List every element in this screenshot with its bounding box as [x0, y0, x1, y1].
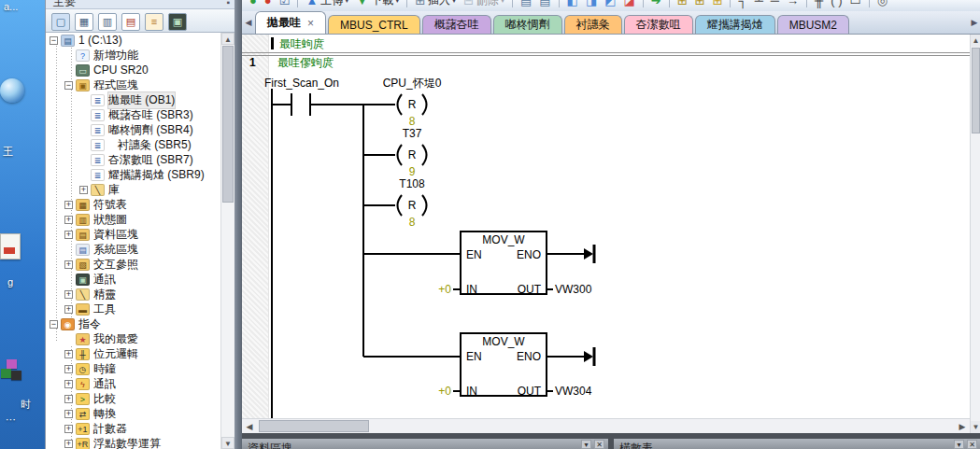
- bookmark-icon-2[interactable]: ◨: [583, 0, 600, 7]
- ladder-canvas[interactable]: 最哇蚼庹 1 最哇僇蚼庹: [242, 35, 970, 418]
- tree-item[interactable]: +ϟ通訊: [46, 376, 221, 391]
- tree-item[interactable]: −▤1 (C:\13): [46, 33, 221, 48]
- reset-coil-1[interactable]: CPU_怀堤0 R 8: [383, 77, 442, 128]
- tree-toggle-minus-icon[interactable]: −: [50, 36, 58, 45]
- mov-w-box-2[interactable]: MOV_W EN ENO IN OUT +0 VW304: [438, 333, 594, 398]
- tab-scroll-right-icon[interactable]: ▶: [969, 18, 980, 27]
- tree-item[interactable]: ≣夻潔數咀 (SBR7): [46, 152, 221, 167]
- tree-toggle-minus-icon[interactable]: −: [50, 320, 58, 329]
- tree-item[interactable]: ≣ 衬譓粂 (SBR5): [46, 137, 221, 152]
- tree-toggle-plus-icon[interactable]: +: [64, 425, 73, 433]
- cross-reference-icon[interactable]: ≡: [145, 13, 163, 31]
- reset-coil-3[interactable]: T108 R 8: [398, 177, 427, 229]
- tab-close-icon[interactable]: ×: [307, 17, 314, 30]
- network-comment[interactable]: 最哇僇蚼庹: [277, 56, 334, 69]
- desktop-icon-label[interactable]: 时: [21, 398, 31, 412]
- tree-item[interactable]: +⇄轉換: [46, 406, 221, 421]
- run-icon[interactable]: ●: [247, 0, 260, 7]
- scroll-right-icon[interactable]: ▶: [955, 420, 970, 433]
- tree-scrollbar[interactable]: ▲ ▼: [220, 33, 234, 449]
- address-icon-1[interactable]: ⊞: [675, 0, 690, 7]
- program-comment[interactable]: 最哇蚼庹: [279, 37, 324, 50]
- box-out-value[interactable]: VW304: [555, 385, 592, 398]
- dropdown-caret-icon[interactable]: ▾: [501, 0, 504, 5]
- download-icon[interactable]: ▼下載▾: [353, 0, 402, 9]
- project-tree[interactable]: −▤1 (C:\13)?新增功能▭CPU SR20−▣程式區塊≣拋最哇 (OB1…: [46, 33, 221, 449]
- block-icon-2[interactable]: ▤: [536, 0, 553, 7]
- reset-coil-2[interactable]: T37 R 9: [398, 127, 427, 178]
- stop-icon[interactable]: ●: [262, 0, 275, 7]
- coil-number[interactable]: 9: [409, 165, 416, 178]
- tree-item[interactable]: +╲精靈: [46, 287, 221, 302]
- program-comment-row[interactable]: 最哇蚼庹: [271, 37, 324, 50]
- line-horizontal-icon[interactable]: ─: [768, 0, 782, 7]
- dropdown-caret-icon[interactable]: ▾: [452, 0, 456, 5]
- tree-item[interactable]: +▦符號表: [46, 197, 221, 212]
- line-down-icon[interactable]: ┐: [735, 0, 749, 7]
- tree-toggle-plus-icon[interactable]: +: [64, 201, 73, 209]
- docked-panel-caption-table[interactable]: 橫數表 ▾ ✕: [614, 439, 980, 449]
- tree-item[interactable]: +▤資料區塊: [46, 227, 221, 242]
- editor-tab[interactable]: MBUS_CTRL: [328, 15, 420, 34]
- symbol-table-icon[interactable]: ▦: [75, 13, 93, 31]
- editor-tab[interactable]: 夻潔數咀: [624, 15, 693, 34]
- bookmark-icon-4[interactable]: ◪: [620, 0, 637, 7]
- tree-toggle-plus-icon[interactable]: +: [64, 365, 73, 373]
- tree-item[interactable]: +>比較: [46, 391, 221, 406]
- dropdown-caret-icon[interactable]: ▾: [395, 0, 399, 5]
- panel-menu-icon[interactable]: ▾: [581, 440, 591, 449]
- tree-item[interactable]: −◉指令: [46, 316, 221, 331]
- bookmark-icon-1[interactable]: ◧: [564, 0, 581, 7]
- editor-tab[interactable]: 拋最哇×: [255, 11, 326, 34]
- mov-w-box-1[interactable]: MOV_W EN ENO IN OUT +0 VW300: [438, 232, 594, 296]
- editor-tab[interactable]: 嘟柊惆劑: [493, 15, 562, 34]
- scroll-down-icon[interactable]: ▼: [221, 437, 234, 449]
- scroll-left-icon[interactable]: ◀: [242, 420, 257, 433]
- tree-toggle-plus-icon[interactable]: +: [64, 305, 73, 314]
- box-in-value[interactable]: +0: [438, 283, 451, 296]
- tree-item[interactable]: −▣程式區塊: [46, 77, 221, 92]
- editor-tab[interactable]: 概藷夻哇: [422, 15, 491, 34]
- pin-icon[interactable]: ▪: [226, 0, 230, 7]
- insert-icon[interactable]: ⊞插入▾: [412, 0, 459, 9]
- communications-icon[interactable]: ▣: [168, 13, 187, 31]
- bookmark-icon-3[interactable]: ◩: [602, 0, 618, 7]
- tree-toggle-plus-icon[interactable]: +: [64, 290, 73, 299]
- box-in-value[interactable]: +0: [438, 385, 451, 398]
- block-icon-1[interactable]: ▤: [518, 0, 534, 7]
- desktop-orb-icon[interactable]: [0, 78, 24, 103]
- box-out-value[interactable]: VW300: [555, 283, 592, 296]
- coil-number[interactable]: 8: [409, 115, 416, 128]
- line-up-icon[interactable]: ┴: [752, 0, 766, 7]
- delete-icon[interactable]: ⊟刪除▾: [461, 0, 507, 9]
- desktop-icon-label[interactable]: 王: [3, 145, 13, 159]
- scroll-up-icon[interactable]: ▲: [971, 35, 980, 47]
- desktop-cubes-icon[interactable]: [0, 359, 24, 384]
- tree-item[interactable]: +◷時鐘: [46, 361, 221, 376]
- line-arrow-icon[interactable]: →: [784, 0, 802, 7]
- upload-icon[interactable]: ▲上傳▾: [303, 0, 351, 9]
- editor-tab[interactable]: 耀攜講揭熗: [695, 15, 775, 34]
- tree-item[interactable]: ?新增功能: [46, 48, 221, 63]
- desktop-doc-icon[interactable]: [0, 233, 21, 260]
- desktop-icon-label[interactable]: ⋯: [6, 414, 16, 426]
- panel-menu-icon[interactable]: ▾: [954, 440, 964, 449]
- editor-vertical-scrollbar[interactable]: ▲ ▼: [970, 35, 980, 433]
- panel-close-icon[interactable]: ✕: [967, 440, 977, 449]
- tree-item[interactable]: +╲庫: [46, 182, 221, 197]
- contact-first-scan[interactable]: First_Scan_On: [264, 77, 339, 116]
- tree-item[interactable]: ▤系統區塊: [46, 242, 221, 257]
- editor-tab[interactable]: MBUSM2: [777, 15, 849, 34]
- tab-scroll-left-icon[interactable]: ◀: [243, 18, 254, 27]
- tree-toggle-plus-icon[interactable]: +: [64, 216, 73, 224]
- tree-item[interactable]: ≣拋最哇 (OB1): [46, 92, 221, 107]
- coil-icon[interactable]: ( ): [828, 0, 845, 7]
- editor-horizontal-scrollbar[interactable]: ◀ ▶: [242, 418, 970, 433]
- address-icon-2[interactable]: ⊞: [692, 0, 708, 7]
- tree-item[interactable]: ++R浮點數學運算: [46, 436, 221, 449]
- compile-icon[interactable]: ☑: [277, 0, 293, 7]
- tree-toggle-minus-icon[interactable]: −: [64, 81, 73, 90]
- tree-item[interactable]: ++1計數器: [46, 421, 221, 436]
- dropdown-caret-icon[interactable]: ▾: [345, 0, 348, 5]
- address-icon-3[interactable]: ⊞: [710, 0, 726, 7]
